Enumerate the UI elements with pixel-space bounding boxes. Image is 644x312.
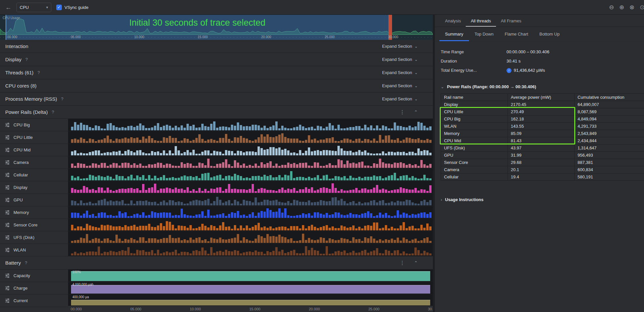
table-row[interactable]: Camera20.1600,834 — [441, 166, 644, 173]
info-icon[interactable]: i — [507, 68, 511, 73]
track-label-cell[interactable]: UFS (Disk) — [0, 231, 68, 244]
help-icon[interactable]: ? — [25, 57, 28, 62]
chart-bar — [104, 213, 106, 218]
table-row[interactable]: Sensor Core29.68887,381 — [441, 159, 644, 166]
track-chart[interactable] — [68, 219, 433, 231]
track-chart[interactable] — [68, 144, 433, 156]
track-settings-icon[interactable] — [5, 122, 10, 127]
track-chart[interactable] — [68, 131, 433, 143]
tab-analysis[interactable]: Analysis — [440, 15, 466, 27]
track-label-cell[interactable]: Charge — [0, 282, 68, 294]
track-label-cell[interactable]: CPU Mid — [0, 144, 68, 156]
track-settings-icon[interactable] — [5, 286, 10, 291]
track-label-cell[interactable]: WLAN — [0, 244, 68, 256]
help-icon[interactable]: ? — [61, 96, 63, 101]
track-settings-icon[interactable] — [5, 197, 10, 202]
table-row[interactable]: UFS (Disk)43.971,314,647 — [441, 144, 644, 152]
cpu-usage-timeline[interactable]: CPU Usage Initial 30 seconds of trace se… — [0, 15, 433, 40]
subtab-top-down[interactable]: Top Down — [469, 27, 499, 41]
table-row[interactable]: CPU Big162.184,849,094 — [441, 116, 644, 123]
chart-bar — [429, 212, 432, 218]
track-settings-icon[interactable] — [5, 273, 10, 278]
expand-section-button[interactable]: Expand Section⌄ — [382, 44, 418, 49]
section-threads-61[interactable]: Threads (61)?Expand Section⌄ — [0, 66, 433, 79]
help-icon[interactable]: ? — [52, 110, 54, 115]
expand-section-button[interactable]: Expand Section⌄ — [382, 57, 418, 62]
track-settings-icon[interactable] — [5, 135, 10, 140]
tab-all-frames[interactable]: All Frames — [496, 15, 526, 27]
subtab-bottom-up[interactable]: Bottom Up — [534, 27, 565, 41]
collapse-section-icon[interactable]: ⌃ — [414, 260, 418, 265]
power-rails-table[interactable]: Rail nameAverage power (mW)Cumulative co… — [441, 93, 644, 181]
track-label-cell[interactable]: Camera — [0, 156, 68, 169]
zoom-in-icon[interactable]: ⊕ — [619, 4, 624, 11]
power-rails-section-header[interactable]: Power Rails (Delta) ? ⋮ ⌃ — [0, 106, 433, 119]
track-label-cell[interactable]: Capacity — [0, 270, 68, 282]
collapse-section-icon[interactable]: ⌃ — [414, 110, 418, 115]
track-settings-icon[interactable] — [5, 185, 10, 190]
chart-bar — [329, 201, 331, 205]
expand-section-button[interactable]: Expand Section⌄ — [382, 70, 418, 75]
track-chart[interactable] — [68, 206, 433, 219]
table-row[interactable]: CPU Mid81.432,434,844 — [441, 137, 644, 144]
track-label-cell[interactable]: Cellular — [0, 169, 68, 181]
section-interaction[interactable]: InteractionExpand Section⌄ — [0, 40, 433, 53]
power-rails-summary-header[interactable]: ⌄ Power Rails (Range: 00:00.000 → 00:30.… — [441, 84, 644, 89]
track-label-cell[interactable]: Current — [0, 295, 68, 307]
chart-bar — [83, 139, 85, 143]
summary-row: Time Range00:00.000 – 00:30.406 — [441, 47, 644, 57]
table-row[interactable]: Cellular19.4580,191 — [441, 173, 644, 181]
table-row[interactable]: WLAN143.554,291,733 — [441, 123, 644, 130]
track-chart[interactable] — [68, 244, 433, 256]
profiler-type-dropdown[interactable]: CPU ▾ — [16, 3, 51, 12]
expand-section-button[interactable]: Expand Section⌄ — [382, 83, 418, 88]
track-label-cell[interactable]: CPU Little — [0, 131, 68, 143]
table-row[interactable]: CPU Little270.498,087,569 — [441, 108, 644, 116]
help-icon[interactable]: ? — [37, 70, 40, 75]
track-label-cell[interactable]: Sensor Core — [0, 219, 68, 231]
track-settings-icon[interactable] — [5, 298, 10, 303]
help-icon[interactable]: ? — [25, 260, 27, 265]
track-chart[interactable] — [68, 194, 433, 206]
usage-instructions-header[interactable]: › Usage Instructions — [441, 197, 644, 202]
expand-section-button[interactable]: Expand Section⌄ — [382, 96, 418, 101]
track-chart[interactable] — [68, 231, 433, 244]
track-settings-icon[interactable] — [5, 222, 10, 227]
zoom-to-selection-icon[interactable]: ⊙ — [640, 4, 644, 11]
track-settings-icon[interactable] — [5, 210, 10, 215]
battery-section-header[interactable]: Battery ? ⋮ ⌃ — [0, 256, 433, 270]
subtab-summary[interactable]: Summary — [439, 27, 469, 41]
section-process-memory-rss[interactable]: Process Memory (RSS)?Expand Section⌄ — [0, 92, 433, 106]
track-label-cell[interactable]: GPU — [0, 194, 68, 206]
track-chart[interactable] — [68, 181, 433, 194]
checkbox-checked-icon[interactable]: ✓ — [56, 5, 62, 10]
track-settings-icon[interactable] — [5, 247, 10, 252]
table-row[interactable]: Memory85.092,543,849 — [441, 130, 644, 137]
track-settings-icon[interactable] — [5, 172, 10, 177]
back-arrow-icon[interactable]: ← — [5, 4, 12, 11]
track-chart[interactable] — [68, 156, 433, 169]
battery-chart[interactable]: 100% — [68, 270, 433, 282]
zoom-out-icon[interactable]: ⊖ — [609, 4, 614, 11]
battery-chart[interactable]: 4,000,000 µah — [68, 282, 433, 294]
track-label-cell[interactable]: Memory — [0, 206, 68, 219]
table-row[interactable]: Display2170.4564,890,007 — [441, 101, 644, 108]
kebab-menu-icon[interactable]: ⋮ — [400, 260, 405, 266]
vsync-guide-toggle[interactable]: ✓ VSync guide — [56, 5, 88, 10]
track-label-cell[interactable]: Display — [0, 181, 68, 194]
reset-zoom-icon[interactable]: ⊗ — [630, 4, 634, 11]
table-row[interactable]: GPU31.99956,493 — [441, 152, 644, 159]
tab-all-threads[interactable]: All threads — [466, 15, 496, 27]
section-cpu-cores-8[interactable]: CPU cores (8)Expand Section⌄ — [0, 79, 433, 92]
track-settings-icon[interactable] — [5, 235, 10, 240]
track-settings-icon[interactable] — [5, 147, 10, 152]
subtab-flame-chart[interactable]: Flame Chart — [499, 27, 534, 41]
kebab-menu-icon[interactable]: ⋮ — [400, 109, 405, 115]
battery-chart[interactable]: 400,000 µa — [68, 295, 433, 307]
chart-bar — [107, 136, 109, 143]
track-chart[interactable] — [68, 119, 433, 131]
track-label-cell[interactable]: CPU Big — [0, 119, 68, 131]
track-chart[interactable] — [68, 169, 433, 181]
section-display[interactable]: Display?Expand Section⌄ — [0, 53, 433, 66]
track-settings-icon[interactable] — [5, 160, 10, 165]
